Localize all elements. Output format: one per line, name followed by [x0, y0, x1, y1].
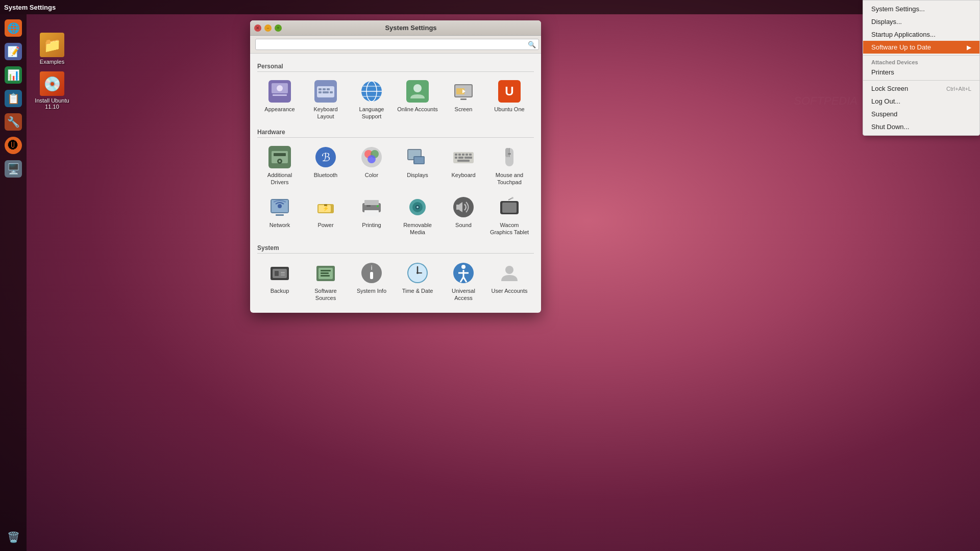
svg-rect-74: [456, 205, 459, 210]
universal-access-label: Universal Access: [443, 287, 484, 302]
item-system-info[interactable]: i System Info: [349, 257, 394, 306]
item-time-date[interactable]: Time & Date: [395, 257, 440, 306]
svg-rect-83: [281, 274, 285, 276]
window-title-bar: System Settings: [4, 4, 56, 11]
menu-item-lock-screen[interactable]: Lock Screen Ctrl+Alt+L: [863, 82, 979, 95]
dock-item-settings[interactable]: 🔧: [3, 111, 24, 133]
svg-rect-6: [318, 88, 322, 90]
system-grid: Backup Software Sources i System Info Ti…: [257, 257, 534, 306]
item-screen[interactable]: Screen: [441, 75, 486, 124]
item-keyboard[interactable]: Keyboard: [441, 141, 486, 190]
svg-rect-48: [458, 157, 463, 159]
additional-drivers-icon: [267, 145, 292, 169]
mouse-touchpad-icon: [497, 145, 522, 169]
svg-text:⚡: ⚡: [323, 205, 329, 212]
item-backup[interactable]: Backup: [257, 257, 302, 306]
window-maximize-button[interactable]: +: [275, 24, 282, 32]
backup-icon: [267, 261, 292, 285]
item-universal-access[interactable]: Universal Access: [441, 257, 486, 306]
sound-icon: [451, 195, 476, 219]
menu-item-log-out[interactable]: Log Out...: [863, 95, 979, 108]
system-info-label: System Info: [357, 287, 386, 294]
svg-point-72: [416, 206, 419, 208]
svg-rect-86: [321, 270, 331, 271]
dock-item-ubuntu[interactable]: 🅤: [3, 135, 24, 156]
menu-item-displays[interactable]: Displays...: [863, 15, 979, 28]
dock-item-spreadsheet[interactable]: 📊: [3, 64, 24, 86]
svg-rect-44: [462, 154, 464, 156]
svg-text:U: U: [505, 84, 513, 98]
printing-icon: [359, 195, 384, 219]
power-icon: ⚡: [313, 195, 338, 219]
item-online-accounts[interactable]: Online Accounts: [395, 75, 440, 124]
item-removable-media[interactable]: Removable Media: [395, 191, 440, 240]
item-mouse-touchpad[interactable]: Mouse and Touchpad: [487, 141, 532, 190]
additional-drivers-label: Additional Drivers: [259, 171, 300, 186]
menu-item-suspend[interactable]: Suspend: [863, 108, 979, 120]
user-accounts-icon: [497, 261, 522, 285]
dock-item-trash[interactable]: 🗑️: [3, 527, 24, 548]
dock-item-display[interactable]: 🖥️: [3, 158, 24, 180]
item-printing[interactable]: Printing: [349, 191, 394, 240]
dock-item-docs[interactable]: 📋: [3, 88, 24, 109]
removable-media-label: Removable Media: [397, 221, 438, 236]
window-minimize-button[interactable]: −: [264, 24, 272, 32]
svg-point-29: [279, 160, 281, 162]
dock: 🌐 📝 📊 📋 🔧 🅤 🖥️ 🗑️: [0, 14, 27, 551]
universal-access-icon: [451, 261, 476, 285]
menu-item-startup-applications[interactable]: Startup Applications...: [863, 28, 979, 41]
item-keyboard-layout[interactable]: Keyboard Layout: [303, 75, 348, 124]
item-additional-drivers[interactable]: Additional Drivers: [257, 141, 302, 190]
time-date-icon: [405, 261, 430, 285]
network-icon: [267, 195, 292, 219]
color-label: Color: [365, 171, 378, 179]
keyboard-layout-label: Keyboard Layout: [305, 106, 346, 120]
wacom-label: Wacom Graphics Tablet: [489, 221, 530, 236]
item-sound[interactable]: Sound: [441, 191, 486, 240]
svg-rect-45: [465, 154, 468, 156]
svg-point-103: [505, 266, 513, 274]
menu-section-attached-devices: Attached Devices: [863, 57, 979, 66]
printing-label: Printing: [362, 221, 381, 229]
svg-point-98: [461, 265, 465, 269]
svg-rect-21: [460, 98, 467, 100]
hardware-grid: Additional Drivers ℬ Bluetooth Color: [257, 141, 534, 240]
svg-rect-88: [321, 275, 330, 277]
item-wacom[interactable]: Wacom Graphics Tablet: [487, 191, 532, 240]
menu-item-shut-down[interactable]: Shut Down...: [863, 120, 979, 133]
svg-rect-42: [455, 154, 457, 156]
item-software-sources[interactable]: Software Sources: [303, 257, 348, 306]
item-network[interactable]: Network: [257, 191, 302, 240]
search-input[interactable]: [255, 39, 539, 50]
dock-item-browser[interactable]: 🌐: [3, 17, 24, 39]
search-icon[interactable]: 🔍: [528, 41, 536, 48]
mouse-touchpad-label: Mouse and Touchpad: [489, 171, 530, 186]
desktop-icon-install-ubuntu[interactable]: 💿 Install Ubuntu 11.10: [32, 71, 72, 110]
dock-item-text-editor[interactable]: 📝: [3, 41, 24, 62]
lock-screen-shortcut: Ctrl+Alt+L: [946, 86, 971, 92]
window-close-button[interactable]: ✕: [254, 24, 261, 32]
menu-separator-1: [863, 55, 979, 56]
item-appearance[interactable]: Appearance: [257, 75, 302, 124]
svg-rect-11: [330, 91, 333, 93]
item-bluetooth[interactable]: ℬ Bluetooth: [303, 141, 348, 190]
menu-item-software-up-to-date[interactable]: Software Up to Date ▶: [863, 41, 979, 54]
item-displays[interactable]: Displays: [395, 141, 440, 190]
menu-item-system-settings[interactable]: System Settings...: [863, 3, 979, 15]
software-sources-icon: [313, 261, 338, 285]
item-ubuntu-one[interactable]: U Ubuntu One: [487, 75, 532, 124]
item-color[interactable]: Color: [349, 141, 394, 190]
software-sources-label: Software Sources: [305, 287, 346, 302]
item-power[interactable]: ⚡ Power: [303, 191, 348, 240]
software-up-to-date-label: Software Up to Date: [871, 43, 931, 51]
screen-icon: [451, 79, 476, 104]
item-user-accounts[interactable]: User Accounts: [487, 257, 532, 306]
menu-item-printers[interactable]: Printers: [863, 66, 979, 79]
svg-rect-76: [502, 203, 517, 213]
svg-point-3: [277, 85, 283, 91]
bluetooth-icon: ℬ: [313, 145, 338, 169]
item-language-support[interactable]: Language Support: [349, 75, 394, 124]
desktop-icon-examples[interactable]: 📁 Examples: [32, 33, 72, 65]
svg-rect-40: [414, 157, 424, 163]
svg-rect-2: [273, 94, 287, 96]
